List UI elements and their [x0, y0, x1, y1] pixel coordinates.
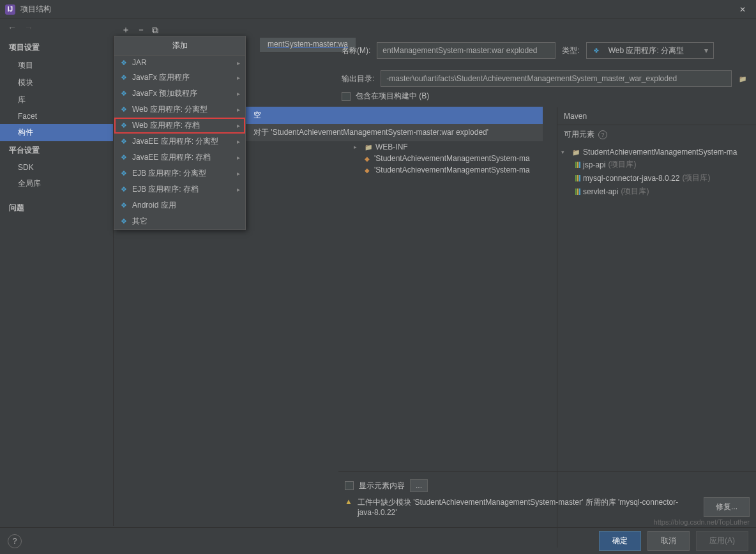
popup-item[interactable]: JavaFx 预加载程序▸ — [114, 86, 245, 102]
lib-name[interactable]: jsp-api — [583, 160, 605, 169]
library-icon — [575, 175, 580, 181]
output-input[interactable] — [381, 70, 732, 87]
sidebar-item-libraries[interactable]: 库 — [0, 91, 113, 109]
sidebar-item-modules[interactable]: 模块 — [0, 74, 113, 91]
tree-item[interactable]: 'StudentAchievementManagementSystem-ma — [374, 154, 530, 163]
add-popup-menu: 添加 JAR▸JavaFx 应用程序▸JavaFx 预加载程序▸Web 应用程序… — [114, 36, 246, 230]
close-icon[interactable]: ✕ — [734, 3, 751, 17]
chevron-right-icon: ▸ — [237, 90, 240, 97]
sidebar-section-platform: 平台设置 — [0, 141, 113, 160]
popup-item-label: JAR — [132, 58, 147, 67]
available-tree[interactable]: ▾StudentAchievementManagementSystem-ma j… — [557, 144, 756, 201]
popup-item[interactable]: Android 应用 — [114, 197, 245, 213]
chevron-right-icon: ▸ — [237, 106, 240, 113]
type-label: 类型: — [562, 45, 579, 56]
popup-item-label: Android 应用 — [132, 200, 176, 211]
lib-name[interactable]: servlet-api — [583, 187, 618, 196]
name-input[interactable] — [377, 42, 556, 59]
copy-icon[interactable]: ⧉ — [152, 25, 158, 36]
ok-button[interactable]: 确定 — [599, 531, 641, 551]
nav-back-icon[interactable]: ← — [8, 22, 17, 33]
ellipsis-button[interactable]: ... — [410, 479, 428, 492]
sidebar-section-problems: 问题 — [0, 199, 113, 217]
cancel-button[interactable]: 取消 — [647, 531, 690, 551]
sidebar: 项目设置 项目 模块 库 Facet 构件 平台设置 SDK 全局库 问题 — [0, 36, 114, 526]
sidebar-item-facets[interactable]: Facet — [0, 109, 113, 124]
popup-item[interactable]: EJB 应用程序: 存档▸ — [114, 181, 245, 197]
checkbox-label: 包含在项目构建中 (B) — [356, 91, 429, 102]
popup-item[interactable]: Web 应用程序: 存档▸ — [114, 118, 245, 134]
help-button[interactable]: ? — [8, 534, 22, 548]
titlebar: IJ 项目结构 ✕ — [0, 0, 756, 19]
module-icon — [571, 148, 580, 157]
sidebar-item-global-libs[interactable]: 全局库 — [0, 175, 113, 192]
artifact-type-icon — [119, 153, 128, 162]
popup-item[interactable]: JavaFx 应用程序▸ — [114, 70, 245, 86]
lib-name[interactable]: mysql-connector-java-8.0.22 — [583, 174, 679, 183]
artifact-type-icon — [119, 201, 128, 210]
war-icon — [363, 165, 372, 174]
popup-item-label: JavaFx 应用程序 — [132, 72, 190, 83]
help-icon[interactable]: ? — [598, 130, 607, 139]
browse-folder-icon[interactable] — [738, 74, 747, 83]
library-icon — [575, 189, 580, 195]
lib-suffix: (项目库) — [608, 159, 636, 170]
folder-icon — [364, 142, 373, 151]
popup-header: 添加 — [114, 36, 245, 56]
chevron-right-icon: ▸ — [237, 186, 240, 193]
warning-text: 工件中缺少模块 'StudentAchievementManagementSys… — [358, 497, 690, 517]
submenu-empty[interactable]: 空 — [246, 107, 543, 124]
artifact-type-icon — [119, 169, 128, 178]
maven-label: Maven — [557, 107, 756, 125]
popup-item[interactable]: JAR▸ — [114, 56, 245, 70]
expand-icon[interactable]: ▾ — [561, 149, 569, 155]
popup-item-label: Web 应用程序: 分离型 — [132, 104, 208, 115]
apply-button[interactable]: 应用(A) — [696, 531, 748, 551]
popup-item[interactable]: 其它 — [114, 213, 245, 229]
library-icon — [575, 162, 580, 168]
type-dropdown[interactable]: Web 应用程序: 分离型 ▾ — [586, 42, 714, 59]
warning-icon — [345, 497, 352, 506]
lib-suffix: (项目库) — [621, 186, 649, 197]
popup-item[interactable]: JavaEE 应用程序: 存档▸ — [114, 150, 245, 165]
lib-suffix: (项目库) — [682, 173, 710, 183]
chevron-right-icon: ▸ — [237, 138, 240, 145]
artifact-type-icon — [119, 217, 128, 226]
tree-item[interactable]: 'StudentAchievementManagementSystem-ma — [374, 165, 530, 174]
available-header: 可用元素 — [564, 129, 594, 140]
sidebar-item-artifacts[interactable]: 构件 — [0, 124, 113, 141]
artifact-type-icon — [119, 121, 128, 130]
popup-item[interactable]: JavaEE 应用程序: 分离型▸ — [114, 134, 245, 150]
sidebar-item-sdk[interactable]: SDK — [0, 160, 113, 175]
popup-item[interactable]: Web 应用程序: 分离型▸ — [114, 102, 245, 118]
add-icon[interactable]: ＋ — [121, 24, 130, 36]
fix-button[interactable]: 修复... — [704, 497, 750, 517]
type-value: Web 应用程序: 分离型 — [609, 45, 684, 56]
popup-item-label: EJB 应用程序: 分离型 — [132, 168, 206, 179]
web-icon — [592, 46, 601, 55]
footer: ? 确定 取消 应用(A) — [0, 527, 756, 554]
output-label: 输出目录: — [342, 73, 374, 84]
popup-item[interactable]: EJB 应用程序: 分离型▸ — [114, 165, 245, 181]
popup-item-label: JavaFx 预加载程序 — [132, 88, 197, 99]
sidebar-section-project: 项目设置 — [0, 38, 113, 57]
popup-item-label: JavaEE 应用程序: 存档 — [132, 152, 211, 163]
sidebar-item-project[interactable]: 项目 — [0, 57, 113, 74]
expand-icon[interactable]: ▸ — [354, 144, 361, 150]
include-build-checkbox[interactable] — [342, 92, 351, 101]
tree-root-label[interactable]: StudentAchievementManagementSystem-ma — [583, 148, 737, 157]
tree-item[interactable]: WEB-INF — [375, 142, 408, 151]
show-content-checkbox[interactable] — [345, 481, 354, 490]
chevron-right-icon: ▸ — [237, 170, 240, 177]
chevron-right-icon: ▸ — [237, 154, 240, 161]
remove-icon[interactable]: － — [137, 24, 146, 36]
chevron-right-icon: ▸ — [237, 122, 240, 129]
artifact-type-icon — [119, 185, 128, 194]
chevron-down-icon: ▾ — [704, 46, 708, 55]
window-title: 项目结构 — [20, 4, 734, 15]
war-icon — [363, 154, 372, 163]
show-content-label: 显示元素内容 — [359, 481, 405, 491]
nav-forward-icon[interactable]: → — [24, 22, 33, 33]
submenu-for-artifact[interactable]: 对于 'StudentAchievementManagementSystem-m… — [246, 124, 543, 141]
popup-item-label: 其它 — [132, 216, 147, 227]
